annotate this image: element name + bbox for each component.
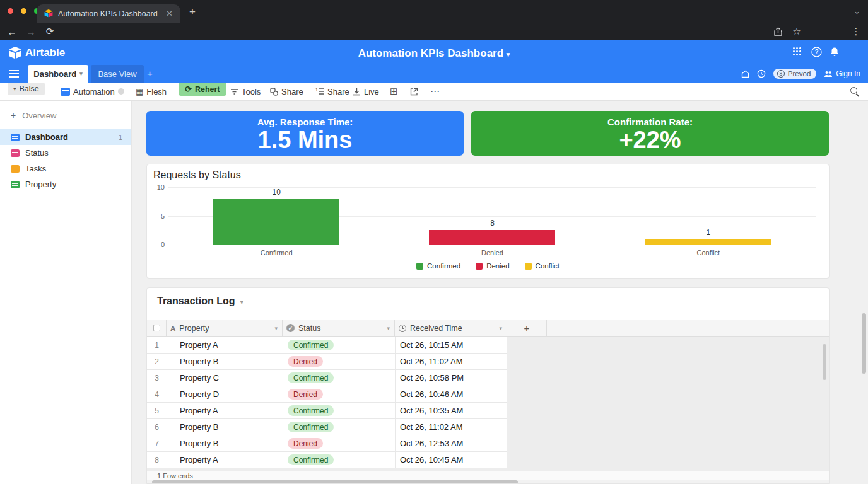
row-number: 6: [147, 423, 167, 432]
new-tab-button[interactable]: +: [189, 6, 196, 17]
base-shield-icon[interactable]: [741, 70, 749, 78]
cell-received-time[interactable]: Oct 26, 11:02 AM: [395, 354, 507, 370]
sidebar-item-tasks[interactable]: Tasks: [0, 161, 131, 176]
table-row[interactable]: 5Property AConfirmedOct 26, 10:35 AM: [147, 403, 507, 419]
toolbar-button-live[interactable]: Live: [353, 83, 379, 100]
column-header-status[interactable]: ✓ Status ▾: [283, 320, 395, 336]
page-title[interactable]: Automation KPIs Dashboard ▾: [0, 47, 868, 60]
cell-status[interactable]: Denied: [283, 386, 395, 403]
toolbar-button-rehert[interactable]: ⟳ Rehert: [179, 83, 226, 96]
sidebar-item-label: Property: [25, 180, 131, 189]
menu-hamburger-icon[interactable]: [9, 70, 19, 78]
back-icon[interactable]: ←: [5, 25, 19, 38]
add-view-tab-button[interactable]: +: [147, 68, 153, 79]
cell-status[interactable]: Denied: [283, 435, 395, 452]
column-header-received-time[interactable]: Received Time ▾: [395, 320, 507, 336]
history-clock-icon[interactable]: [757, 69, 766, 78]
cell-received-time[interactable]: Oct 26, 10:45 AM: [395, 452, 507, 468]
cell-status[interactable]: Confirmed: [283, 337, 395, 354]
cell-received-time[interactable]: Oct 26, 10:46 AM: [395, 386, 507, 403]
add-overview-icon[interactable]: +: [11, 110, 16, 120]
bookmark-star-icon[interactable]: ☆: [790, 25, 804, 38]
cell-received-time[interactable]: Oct 26, 12:53 AM: [395, 435, 507, 452]
x-axis-label: Conflict: [601, 249, 816, 256]
chevron-down-icon[interactable]: ▾: [499, 325, 502, 331]
cell-received-time[interactable]: Oct 26, 10:58 PM: [395, 370, 507, 386]
bar-confirmed[interactable]: [213, 199, 339, 245]
table-grid-icon[interactable]: ⊞: [390, 83, 398, 100]
cell-received-time[interactable]: Oct 26, 11:02 AM: [395, 419, 507, 435]
status-badge: Confirmed: [288, 405, 334, 416]
table-horizontal-scrollbar[interactable]: [152, 480, 518, 484]
cell-property[interactable]: Property C: [167, 370, 283, 386]
cell-status[interactable]: Confirmed: [283, 370, 395, 386]
cell-status[interactable]: Confirmed: [283, 403, 395, 419]
browser-tab[interactable]: Automation KPIs Dashboard ✕: [37, 4, 180, 23]
chevron-down-icon: ▾: [13, 86, 16, 92]
more-options-icon[interactable]: ⋯: [430, 83, 440, 100]
gridline: [168, 245, 816, 245]
table-title[interactable]: Transaction Log▾: [157, 296, 243, 307]
chevron-down-icon[interactable]: ▾: [387, 325, 390, 331]
sidebar-item-dashboard[interactable]: Dashboard1: [0, 129, 131, 145]
bar-denied[interactable]: [429, 230, 555, 245]
cell-property[interactable]: Property B: [167, 419, 283, 435]
cell-property[interactable]: Property A: [167, 337, 283, 354]
forward-icon[interactable]: →: [24, 25, 38, 38]
base-menu-button[interactable]: ▾ Balse: [8, 83, 45, 95]
row-number: 4: [147, 390, 167, 399]
cell-property[interactable]: Property A: [167, 403, 283, 419]
select-field-icon: ✓: [286, 324, 295, 332]
share-page-icon[interactable]: [771, 25, 785, 38]
download-icon: [353, 88, 361, 96]
column-header-property[interactable]: A Property ▾: [167, 320, 283, 336]
toolbar-button-share-2[interactable]: 1 Share: [315, 83, 349, 100]
cell-received-time[interactable]: Oct 26, 10:35 AM: [395, 403, 507, 419]
table-icon: [11, 181, 20, 188]
tab-search-chevron-icon[interactable]: ⌄: [853, 6, 860, 16]
table-row[interactable]: 6Property BConfirmedOct 26, 11:02 AM: [147, 419, 507, 435]
table-row[interactable]: 7Property BDeniedOct 26, 12:53 AM: [147, 435, 507, 452]
browser-tab-strip: Automation KPIs Dashboard ✕ + ⌄: [0, 0, 868, 23]
sidebar-item-property[interactable]: Property: [0, 176, 131, 192]
select-all-checkbox[interactable]: [147, 320, 167, 336]
table-row[interactable]: 8Property AConfirmedOct 26, 10:45 AM: [147, 452, 507, 468]
cell-property[interactable]: Property A: [167, 452, 283, 468]
window-minimize-button[interactable]: [21, 8, 26, 14]
table-vertical-scrollbar[interactable]: [823, 344, 826, 380]
cell-property[interactable]: Property B: [167, 354, 283, 370]
bar-conflict[interactable]: [645, 239, 771, 245]
browser-menu-icon[interactable]: ⋮: [849, 25, 863, 38]
cell-status[interactable]: Denied: [283, 354, 395, 370]
view-name-button[interactable]: Automation: [61, 83, 124, 100]
cell-status[interactable]: Confirmed: [283, 452, 395, 468]
cell-property[interactable]: Property B: [167, 435, 283, 452]
toolbar-button-flesh[interactable]: ▦ Flesh: [136, 83, 167, 100]
cell-received-time[interactable]: Oct 26, 10:15 AM: [395, 337, 507, 354]
open-external-icon[interactable]: [410, 83, 418, 100]
transaction-log-card: Transaction Log▾ A Property ▾ ✓ Status ▾…: [146, 287, 830, 484]
search-icon[interactable]: [850, 87, 857, 94]
help-icon[interactable]: ?: [811, 47, 822, 60]
table-row[interactable]: 3Property CConfirmedOct 26, 10:58 PM: [147, 370, 507, 386]
page-vertical-scrollbar[interactable]: [862, 313, 866, 374]
reload-icon[interactable]: ⟳: [43, 25, 57, 38]
table-row[interactable]: 4Property DDeniedOct 26, 10:46 AM: [147, 386, 507, 403]
sidebar-item-status[interactable]: Status: [0, 145, 131, 161]
cell-property[interactable]: Property D: [167, 386, 283, 403]
table-row[interactable]: 1Property AConfirmedOct 26, 10:15 AM: [147, 337, 507, 354]
tab-base-view[interactable]: Base View: [91, 65, 144, 83]
toolbar-button-tools[interactable]: Tools: [230, 83, 261, 100]
toolbar-button-share-1[interactable]: Share: [270, 83, 303, 100]
sign-in-button[interactable]: Gign In: [824, 69, 860, 78]
apps-grid-icon[interactable]: [792, 47, 802, 59]
add-field-button[interactable]: +: [507, 320, 547, 336]
tab-close-icon[interactable]: ✕: [165, 9, 174, 18]
tab-dashboard[interactable]: Dashboard▾: [28, 65, 88, 83]
workspace-badge[interactable]: 8 Prevod: [773, 69, 816, 79]
table-row[interactable]: 2Property BDeniedOct 26, 11:02 AM: [147, 354, 507, 370]
chevron-down-icon[interactable]: ▾: [274, 325, 278, 331]
window-close-button[interactable]: [8, 8, 13, 14]
notifications-bell-icon[interactable]: [830, 47, 840, 60]
cell-status[interactable]: Confirmed: [283, 419, 395, 435]
